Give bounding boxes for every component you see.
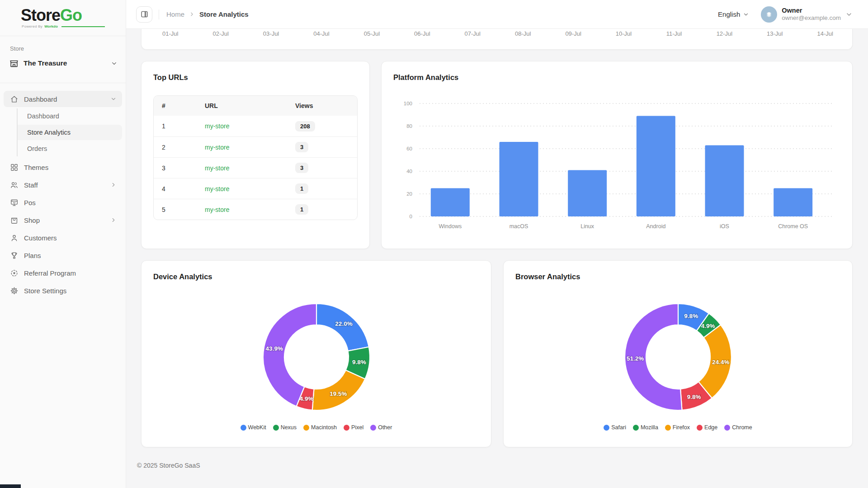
powered-by-label: Powered By xyxy=(22,24,42,28)
header-right: English Owner owner@example.com xyxy=(718,6,853,23)
legend-item-firefox[interactable]: Firefox xyxy=(665,424,690,431)
legend-item-edge[interactable]: Edge xyxy=(697,424,717,431)
svg-text:40: 40 xyxy=(406,169,412,174)
legend-item-webkit[interactable]: WebKit xyxy=(241,424,266,431)
daily-chart-cropped: 01-Jul02-Jul03-Jul04-Jul05-Jul06-Jul07-J… xyxy=(141,29,853,50)
table-row: 3my-store3 xyxy=(154,157,357,178)
store-section-label: Store xyxy=(0,36,126,52)
breadcrumb-home-link[interactable]: Home xyxy=(166,10,184,18)
legend-label: Macintosh xyxy=(311,424,337,431)
building-icon xyxy=(764,10,774,19)
legend-dot xyxy=(697,425,703,431)
legend-label: Safari xyxy=(611,424,626,431)
url-link[interactable]: my-store xyxy=(205,122,229,130)
url-link[interactable]: my-store xyxy=(205,206,229,213)
svg-text:macOS: macOS xyxy=(509,223,528,230)
analytics-row-2: Device Analytics 22.0%9.8%19.5%4.9%43.9%… xyxy=(141,260,853,447)
x-axis-label: 05-Jul xyxy=(347,30,397,49)
device-analytics-donut-chart: 22.0%9.8%19.5%4.9%43.9% xyxy=(253,294,380,420)
sidebar: StoreGo Powered By Workdo Store The Trea… xyxy=(0,0,126,488)
top-urls-title: Top URLs xyxy=(153,73,358,82)
chevron-down-icon xyxy=(110,96,117,102)
bar-android xyxy=(637,116,675,217)
legend-item-pixel[interactable]: Pixel xyxy=(344,424,363,431)
table-row: 2my-store3 xyxy=(154,136,357,157)
device-donut-wrap: 22.0%9.8%19.5%4.9%43.9% xyxy=(153,294,479,420)
browser-analytics-legend: SafariMozillaFirefoxEdgeChrome xyxy=(515,424,840,431)
sidebar-item-label: Pos xyxy=(24,199,117,206)
platform-analytics-bar-chart: 020406080100WindowsmacOSLinuxAndroidiOSC… xyxy=(393,84,840,236)
url-link[interactable]: my-store xyxy=(205,164,229,172)
browser-analytics-title: Browser Analytics xyxy=(515,272,840,281)
url-link[interactable]: my-store xyxy=(205,144,229,151)
svg-text:51.2%: 51.2% xyxy=(626,355,643,362)
sidebar-subitem-dashboard[interactable]: Dashboard xyxy=(18,108,122,124)
svg-text:19.5%: 19.5% xyxy=(330,390,347,397)
sidebar-item-themes[interactable]: Themes xyxy=(4,159,122,175)
top-urls-card: Top URLs # URL Views 1my-store2082my-sto… xyxy=(141,61,370,249)
slice-webkit xyxy=(316,304,369,351)
sidebar-item-dashboard[interactable]: Dashboard xyxy=(4,91,122,107)
browser-analytics-card: Browser Analytics 9.8%4.9%24.4%9.8%51.2%… xyxy=(503,260,853,447)
svg-text:0: 0 xyxy=(410,214,412,219)
col-header-views: Views xyxy=(287,102,357,109)
language-dropdown[interactable]: English xyxy=(718,10,749,18)
sidebar-item-customers[interactable]: Customers xyxy=(4,230,122,246)
legend-label: Other xyxy=(378,424,392,431)
legend-item-mozilla[interactable]: Mozilla xyxy=(633,424,658,431)
col-header-rank: # xyxy=(154,102,197,109)
table-header-row: # URL Views xyxy=(154,96,357,116)
sidebar-toggle-button[interactable] xyxy=(136,6,152,23)
sidebar-subitem-orders[interactable]: Orders xyxy=(18,141,122,156)
sidebar-item-label: Themes xyxy=(24,164,117,171)
sidebar-item-plans[interactable]: Plans xyxy=(4,247,122,263)
x-axis-label: 02-Jul xyxy=(195,30,245,49)
legend-item-other[interactable]: Other xyxy=(370,424,392,431)
legend-item-macintosh[interactable]: Macintosh xyxy=(303,424,337,431)
legend-dot xyxy=(241,425,246,431)
avatar xyxy=(761,6,777,23)
svg-text:Android: Android xyxy=(646,223,665,230)
svg-text:4.9%: 4.9% xyxy=(701,323,715,329)
brand-logo-go: Go xyxy=(60,6,82,24)
svg-text:9.8%: 9.8% xyxy=(687,394,701,400)
sidebar-item-label: Shop xyxy=(24,216,105,224)
svg-text:4.9%: 4.9% xyxy=(299,395,313,402)
top-header: Home Store Analytics English Owner owner… xyxy=(126,0,868,29)
store-selector[interactable]: The Treasure xyxy=(0,52,126,75)
legend-dot xyxy=(724,425,730,431)
sidebar-nav: DashboardDashboardStore AnalyticsOrdersT… xyxy=(0,83,126,299)
x-axis-label: 13-Jul xyxy=(750,30,800,49)
x-axis-label: 04-Jul xyxy=(296,30,346,49)
sidebar-item-shop[interactable]: Shop xyxy=(4,212,122,228)
legend-label: Firefox xyxy=(673,424,690,431)
brand-logo[interactable]: StoreGo Powered By Workdo xyxy=(0,0,126,28)
bar-macos xyxy=(500,142,538,216)
legend-item-nexus[interactable]: Nexus xyxy=(273,424,297,431)
main-content: 01-Jul02-Jul03-Jul04-Jul05-Jul06-Jul07-J… xyxy=(126,29,868,488)
url-link[interactable]: my-store xyxy=(205,185,229,192)
sidebar-subitem-store-analytics[interactable]: Store Analytics xyxy=(18,125,122,140)
sidebar-item-referral-program[interactable]: Referral Program xyxy=(4,265,122,281)
legend-dot xyxy=(604,425,609,431)
legend-item-chrome[interactable]: Chrome xyxy=(724,424,752,431)
user-profile-menu[interactable]: Owner owner@example.com xyxy=(761,6,853,23)
legend-label: Mozilla xyxy=(641,424,658,431)
cell-rank: 3 xyxy=(154,164,197,172)
store-name: The Treasure xyxy=(24,59,106,67)
language-label: English xyxy=(718,10,740,18)
sidebar-item-label: Dashboard xyxy=(24,95,105,103)
chevron-down-icon xyxy=(111,60,118,67)
footer-copyright: © 2025 StoreGo SaaS xyxy=(137,462,853,469)
chevron-right-icon xyxy=(189,11,195,17)
cell-rank: 4 xyxy=(154,185,197,192)
powered-by-brand: Workdo xyxy=(44,24,58,28)
users-icon xyxy=(10,181,19,189)
x-axis-label: 14-Jul xyxy=(800,30,850,49)
sidebar-item-label: Staff xyxy=(24,181,105,189)
views-badge: 208 xyxy=(295,121,315,131)
sidebar-item-staff[interactable]: Staff xyxy=(4,177,122,193)
sidebar-item-pos[interactable]: Pos xyxy=(4,194,122,211)
legend-item-safari[interactable]: Safari xyxy=(604,424,626,431)
sidebar-item-store-settings[interactable]: Store Settings xyxy=(4,282,122,299)
